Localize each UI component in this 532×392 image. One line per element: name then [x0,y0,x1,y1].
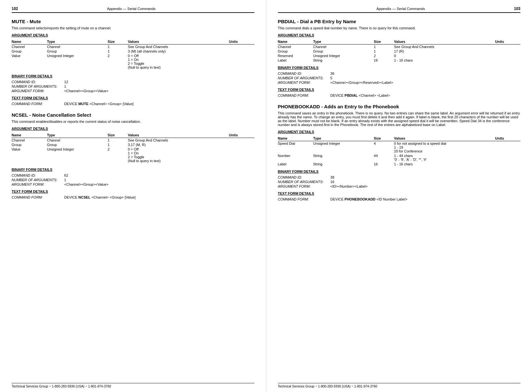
right-page-number: 103 [514,6,520,11]
pba-row1-name: Speed Dial [278,141,313,154]
phonebookadd-argument-details-label: ARGUMENT DETAILS [278,130,521,134]
pbdial-row2-units [495,49,520,54]
pbdial-row1-size: 1 [374,44,394,49]
pbdial-col-units: Units [495,39,520,44]
pbdial-row3-values: 0 [394,54,495,58]
ncsel-arg-form-value: <Channel><Group><Value> [64,182,108,186]
phonebookadd-arg-table: Name Type Size Values Units Speed Dial U… [278,136,521,166]
right-page-header: Appendix — Serial Commands 103 [278,6,521,13]
table-row: Channel Channel 1 See Group And Channels [278,44,521,49]
left-page: 102 Appendix — Serial Commands MUTE - Mu… [0,0,266,392]
ncsel-argument-details-label: ARGUMENT DETAILS [12,127,254,131]
page-container: 102 Appendix — Serial Commands MUTE - Mu… [0,0,532,392]
table-row: Speed Dial Unsigned Integer 4 0 for not … [278,141,521,154]
ncsel-row1-units [229,138,254,143]
col-header-name: Name [12,39,47,44]
mute-row1-name: Channel [12,44,47,49]
mute-cmd-id-label: COMMAND ID: [12,80,63,84]
pbdial-row4-type: String [313,58,374,63]
phonebookadd-title: PHONEBOOKADD - Adds an Entry to the Phon… [278,104,521,109]
mute-text-label: TEXT FORM DETAILS [12,96,254,100]
pbdial-row4-size: 16 [374,58,394,63]
pbdial-desc: This command dials a speed dial number b… [278,26,521,30]
pbdial-section: PBDIAL - Dial a PB Entry by Name This co… [278,19,521,97]
pba-cmd-form-label: COMMAND FORM: [278,197,330,201]
ncsel-col-units: Units [229,132,254,138]
pbdial-arg-form-label: ARGUMENT FORM: [278,81,330,84]
phonebookadd-section: PHONEBOOKADD - Adds an Entry to the Phon… [278,104,521,201]
mute-command-id-row: COMMAND ID: 12 [12,80,254,84]
mute-arg-table: Name Type Size Values Units Channel Chan… [12,39,254,70]
pba-arg-form-row: ARGUMENT FORM: <ID><Number><Label> [278,184,521,188]
pbdial-col-name: Name [278,39,313,44]
table-row: Channel Channel 1 See Group And Channels [12,138,254,143]
ncsel-num-args-row: NUMBER OF ARGUMENTS: 1 [12,178,254,182]
pbdial-text-label: TEXT FORM DETAILS [278,88,521,92]
table-row: Group Group 1 17 (R) [278,49,521,54]
ncsel-col-name: Name [12,132,47,138]
left-page-header: 102 Appendix — Serial Commands [12,6,254,13]
pbdial-row3-type: Unsigned Integer [313,54,374,58]
col-header-values: Values [128,39,229,44]
pbdial-arg-form-value: <Channe><Group><Reserved><Label> [330,81,393,84]
pbdial-row4-name: Label [278,58,313,63]
ncsel-cmd-form-label: COMMAND FORM: [12,195,63,199]
pbdial-row3-units [495,54,520,58]
ncsel-arg-form-row: ARGUMENT FORM: <Channel><Group><Value> [12,182,254,186]
pbdial-col-size: Size [374,39,394,44]
pba-cmd-form-row: COMMAND FORM: DEVICE PHONEBOOKADD <ID Nu… [278,197,521,201]
mute-cmd-form-value: DEVICE MUTE <Channel> <Group> [Value] [64,102,133,106]
pba-num-args-label: NUMBER OF ARGUMENTS: [278,180,330,184]
pbdial-row1-units [495,44,520,49]
right-page: Appendix — Serial Commands 103 PBDIAL - … [266,0,532,392]
pbdial-cmd-form-value: DEVICE PBDIAL <Channel> <Label> [330,93,390,97]
ncsel-text-label: TEXT FORM DETAILS [12,190,254,193]
ncsel-command-id-row: COMMAND ID: 62 [12,173,254,177]
ncsel-row3-values: 0 = Off 1 = On 2 = Toggle (Null to query… [128,147,229,163]
pbdial-arg-table: Name Type Size Values Units Channel Chan… [278,39,521,63]
ncsel-cmd-form-value: DEVICE NCSEL <Channel> <Group> [Value] [64,195,135,199]
mute-arg-form-label: ARGUMENT FORM: [12,89,63,93]
col-header-type: Type [47,39,108,44]
right-page-title: Appendix — Serial Commands [377,7,425,11]
pbdial-row1-type: Channel [313,44,374,49]
pba-row2-name: Number [278,153,313,162]
pba-binary-label: BINARY FORM DETAILS [278,170,521,173]
pba-row3-type: String [313,162,374,166]
mute-row2-type: Group [47,49,108,54]
pbdial-binary-label: BINARY FORM DETAILS [278,66,521,70]
pba-row3-size: 16 [374,162,394,166]
ncsel-row1-name: Channel [12,138,47,143]
pbdial-row1-values: See Group And Channels [394,44,495,49]
ncsel-col-values: Values [128,132,229,138]
table-row: Label String 16 1 - 16 chars [278,162,521,166]
mute-row3-size: 2 [108,54,128,70]
pbdial-num-args-label: NUMBER OF ARGUMENTS: [278,76,330,80]
ncsel-arg-table: Name Type Size Values Units Channel Chan… [12,132,254,163]
ncsel-cmd-id-value: 62 [64,173,68,177]
ncsel-row3-size: 2 [108,147,128,163]
ncsel-desc: This command enables/disables or reports… [12,120,254,123]
mute-num-args-row: NUMBER OF ARGUMENTS: 1 [12,84,254,88]
pbdial-title: PBDIAL - Dial a PB Entry by Name [278,19,521,24]
pbdial-cmd-id-value: 36 [330,72,334,75]
ncsel-row3-type: Unsigned Integer [47,147,108,163]
ncsel-binary-label: BINARY FORM DETAILS [12,168,254,172]
pba-cmd-id-value: 38 [330,175,334,179]
pba-row3-values: 1 - 16 chars [394,162,495,166]
pba-arg-form-label: ARGUMENT FORM: [278,184,330,188]
pba-cmd-id-label: COMMAND ID: [278,175,330,179]
pba-col-size: Size [374,136,394,141]
pba-row2-units [495,153,520,162]
pbdial-num-args-value: 5 [330,76,332,80]
pba-row1-values: 0 for not assigned to a speed dial 1 - 1… [394,141,495,154]
ncsel-num-args-label: NUMBER OF ARGUMENTS: [12,178,63,182]
ncsel-section: NCSEL - Noise Cancellation Select This c… [12,112,254,199]
pba-row2-type: String [313,153,374,162]
ncsel-col-type: Type [47,132,108,138]
table-row: Value Unsigned Integer 2 0 = Off 1 = On … [12,147,254,163]
pba-col-values: Values [394,136,495,141]
mute-row1-type: Channel [47,44,108,49]
pbdial-row2-type: Group [313,49,374,54]
ncsel-row1-size: 1 [108,138,128,143]
